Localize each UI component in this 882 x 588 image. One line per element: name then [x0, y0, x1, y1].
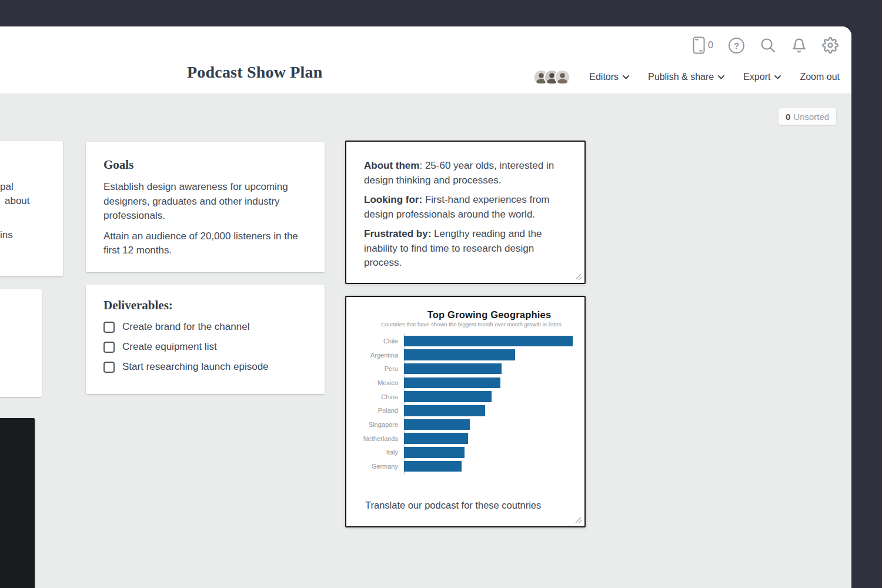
- text-fragment: about: [5, 195, 30, 207]
- export-label: Export: [743, 72, 770, 82]
- chart-bar-row: Chile: [346, 334, 584, 348]
- partial-dark-image-card[interactable]: [0, 418, 35, 588]
- page-title[interactable]: Podcast Show Plan: [187, 63, 323, 82]
- editors-label: Editors: [589, 72, 619, 82]
- chart-bar: [404, 447, 465, 458]
- help-icon: ?: [729, 38, 744, 54]
- editor-avatars[interactable]: [533, 69, 570, 85]
- checkbox[interactable]: [103, 362, 115, 373]
- checklist-label: Start researching launch episode: [122, 361, 269, 373]
- chart-category-label: Chile: [346, 338, 398, 345]
- board-canvas[interactable]: 0 Unsorted pal about ins Goals Establish…: [0, 94, 851, 588]
- chevron-down-icon: [774, 75, 781, 79]
- chart-bar-row: Netherlands: [346, 432, 584, 446]
- checkbox[interactable]: [103, 322, 115, 333]
- mobile-device-count: 0: [708, 40, 713, 51]
- publish-share-dropdown[interactable]: Publish & share: [648, 72, 724, 82]
- app-panel: Podcast Show Plan 0 ?: [0, 26, 851, 588]
- chart-category-label: China: [346, 393, 398, 400]
- unsorted-badge[interactable]: 0 Unsorted: [778, 108, 837, 125]
- mobile-device-button[interactable]: 0: [693, 36, 713, 54]
- goals-card[interactable]: Goals Establish design awareness for upc…: [86, 142, 325, 272]
- gear-icon: [822, 37, 838, 54]
- audience-paragraph: Looking for: First-hand experiences from…: [364, 193, 567, 222]
- chart-category-label: Italy: [346, 449, 398, 456]
- checklist-label: Create brand for the channel: [122, 321, 249, 333]
- partial-text-card[interactable]: pal about ins: [0, 141, 63, 276]
- audience-paragraph: Frustrated by: Lengthy reading and the i…: [364, 227, 567, 270]
- chart-bar-row: Peru: [346, 362, 584, 376]
- help-button[interactable]: ?: [729, 38, 744, 54]
- chart-bar: [404, 363, 502, 375]
- app-header: Podcast Show Plan 0 ?: [0, 26, 851, 94]
- goals-paragraph: Attain an audience of 20,000 listeners i…: [103, 229, 307, 258]
- chart-category-label: Germany: [346, 463, 398, 470]
- chart-bar: [404, 461, 462, 472]
- mobile-device-icon: [693, 36, 705, 54]
- resize-handle-icon[interactable]: [574, 516, 582, 524]
- deliverables-heading: Deliverables:: [103, 298, 307, 313]
- unsorted-label: Unsorted: [793, 112, 829, 122]
- audience-card[interactable]: About them: 25-60 year olds, interested …: [345, 141, 586, 284]
- chart-bar: [404, 391, 492, 402]
- chart-subtitle: Countries that have shown the biggest mo…: [358, 321, 584, 328]
- chevron-down-icon: [718, 75, 724, 79]
- unsorted-count: 0: [786, 112, 790, 122]
- chart-category-label: Mexico: [346, 379, 398, 386]
- search-icon: [760, 37, 776, 54]
- header-icon-row: 0 ?: [693, 36, 838, 55]
- app-window: Podcast Show Plan 0 ?: [0, 0, 882, 588]
- chevron-down-icon: [623, 75, 629, 79]
- chart-bar-row: Argentina: [346, 348, 584, 362]
- chart-category-label: Argentina: [346, 352, 398, 359]
- text-fragment: ins: [0, 229, 13, 241]
- chart-caption: Translate our podcast for these coutnrie…: [365, 500, 541, 511]
- publish-share-label: Publish & share: [648, 72, 714, 82]
- goals-heading: Goals: [103, 158, 307, 172]
- checkbox[interactable]: [103, 342, 115, 353]
- chart-category-label: Peru: [346, 365, 398, 372]
- checklist-item: Create brand for the channel: [103, 321, 307, 333]
- chart-bar-row: China: [346, 390, 584, 404]
- export-dropdown[interactable]: Export: [743, 72, 781, 82]
- chart-bar: [404, 336, 573, 347]
- chart-plot: ChileArgentinaPeruMexicoChinaPolandSinga…: [346, 334, 584, 473]
- chart-bar: [404, 377, 500, 389]
- chart-bar-row: Italy: [346, 446, 584, 460]
- resize-handle-icon[interactable]: [574, 272, 582, 280]
- text-fragment: pal: [0, 181, 14, 193]
- chart-bar-row: Singapore: [346, 417, 584, 432]
- chart-bar: [404, 349, 515, 360]
- chart-title: Top Growing Geographies: [404, 309, 574, 320]
- chart-category-label: Singapore: [346, 421, 398, 428]
- chart-bar-row: Mexico: [346, 376, 584, 390]
- checklist-item: Create equipment list: [103, 341, 307, 353]
- zoom-out-button[interactable]: Zoom out: [800, 72, 840, 82]
- editors-dropdown[interactable]: Editors: [589, 72, 629, 82]
- checklist-label: Create equipment list: [122, 341, 217, 353]
- checklist-item: Start researching launch episode: [103, 361, 307, 373]
- avatar: [554, 69, 570, 85]
- chart-category-label: Poland: [346, 407, 398, 414]
- zoom-out-label: Zoom out: [800, 72, 840, 82]
- settings-button[interactable]: [822, 37, 838, 54]
- chart-bar: [404, 433, 468, 444]
- goals-paragraph: Establish design awareness for upcoming …: [103, 180, 307, 223]
- chart-bar: [404, 405, 485, 416]
- bell-icon: [791, 37, 807, 54]
- notifications-button[interactable]: [791, 37, 807, 54]
- deliverables-card[interactable]: Deliverables: Create brand for the chann…: [86, 285, 325, 394]
- chart-bar-row: Germany: [346, 459, 584, 473]
- chart-bar: [404, 419, 470, 430]
- chart-bar-row: Poland: [346, 403, 584, 417]
- chart-category-label: Netherlands: [346, 435, 398, 442]
- audience-paragraph: About them: 25-60 year olds, interested …: [364, 159, 567, 188]
- header-toolbar: Editors Publish & share Export: [533, 67, 840, 87]
- search-button[interactable]: [760, 37, 776, 54]
- partial-blank-card[interactable]: [0, 289, 42, 397]
- chart-card[interactable]: Top Growing Geographies Countries that h…: [345, 296, 586, 527]
